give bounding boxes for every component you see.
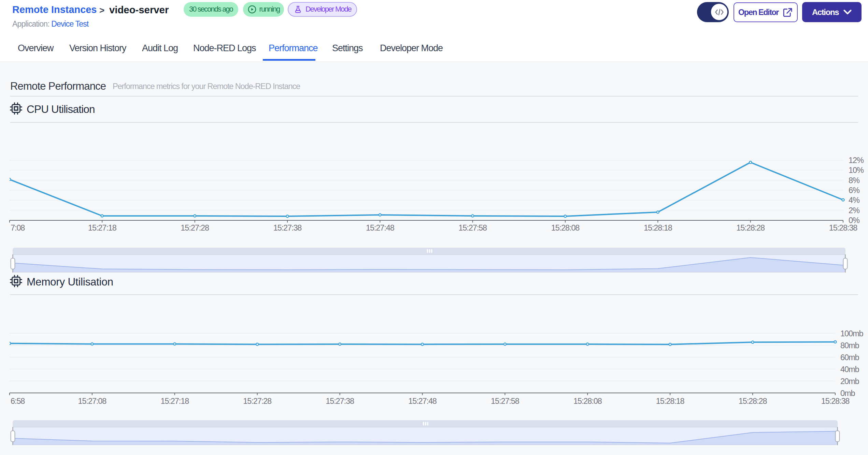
svg-text:8%: 8% [849,176,860,185]
svg-text:20mb: 20mb [840,377,859,386]
svg-text:15:27:48: 15:27:48 [366,223,395,232]
svg-text:15:28:28: 15:28:28 [736,223,765,232]
svg-text:15:28:08: 15:28:08 [573,397,602,406]
svg-text:10%: 10% [849,166,864,175]
svg-text:15:28:18: 15:28:18 [644,223,672,232]
svg-text:15:27:58: 15:27:58 [458,223,487,232]
svg-text:60mb: 60mb [840,353,859,362]
svg-text:100mb: 100mb [840,329,863,338]
svg-text:6:58: 6:58 [11,397,25,406]
svg-text:15:27:08: 15:27:08 [78,397,107,406]
svg-text:15:27:58: 15:27:58 [491,397,520,406]
svg-text:80mb: 80mb [840,341,859,350]
svg-text:15:28:18: 15:28:18 [656,397,685,406]
svg-text:15:27:38: 15:27:38 [326,397,354,406]
svg-text:2%: 2% [849,206,860,215]
svg-text:7:08: 7:08 [11,223,25,232]
svg-text:40mb: 40mb [840,365,859,374]
svg-text:15:27:48: 15:27:48 [408,397,437,406]
svg-text:15:28:38: 15:28:38 [829,223,858,232]
svg-text:15:27:18: 15:27:18 [160,397,189,406]
svg-text:6%: 6% [849,186,860,195]
svg-text:15:27:38: 15:27:38 [273,223,302,232]
svg-text:15:27:18: 15:27:18 [88,223,117,232]
svg-text:15:28:08: 15:28:08 [551,223,580,232]
svg-text:15:27:28: 15:27:28 [243,397,272,406]
svg-text:15:27:28: 15:27:28 [181,223,209,232]
svg-text:15:28:28: 15:28:28 [739,397,767,406]
svg-text:15:28:38: 15:28:38 [821,397,850,406]
svg-text:4%: 4% [849,196,860,205]
svg-text:12%: 12% [849,156,864,165]
